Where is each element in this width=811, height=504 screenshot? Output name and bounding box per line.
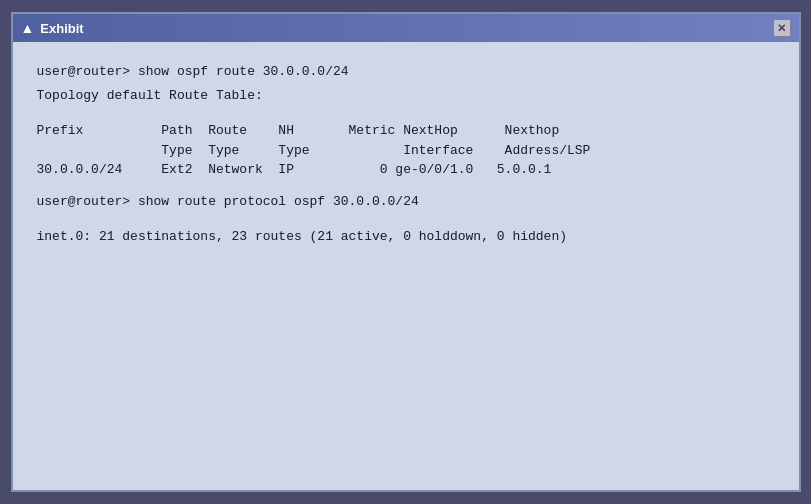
- inet-line: inet.0: 21 destinations, 23 routes (21 a…: [37, 227, 775, 247]
- table-header-1: Prefix Path Route NH Metric NextHop Next…: [37, 121, 775, 141]
- window-title: Exhibit: [40, 21, 83, 36]
- close-button[interactable]: ✕: [773, 19, 791, 37]
- topology-line: Topology default Route Table:: [37, 86, 775, 106]
- exhibit-window: ▲ Exhibit ✕ user@router> show ospf route…: [11, 12, 801, 492]
- spacer-1: [37, 109, 775, 121]
- spacer-2: [37, 180, 775, 192]
- title-bar-left: ▲ Exhibit: [21, 20, 84, 36]
- command-line-2: user@router> show route protocol ospf 30…: [37, 192, 775, 212]
- window-icon: ▲: [21, 20, 35, 36]
- title-bar: ▲ Exhibit ✕: [13, 14, 799, 42]
- command-line-1: user@router> show ospf route 30.0.0.0/24: [37, 62, 775, 82]
- table-data-row: 30.0.0.0/24 Ext2 Network IP 0 ge-0/0/1.0…: [37, 160, 775, 180]
- spacer-3: [37, 215, 775, 227]
- table-header-2: Type Type Type Interface Address/LSP: [37, 141, 775, 161]
- terminal-content: user@router> show ospf route 30.0.0.0/24…: [13, 42, 799, 271]
